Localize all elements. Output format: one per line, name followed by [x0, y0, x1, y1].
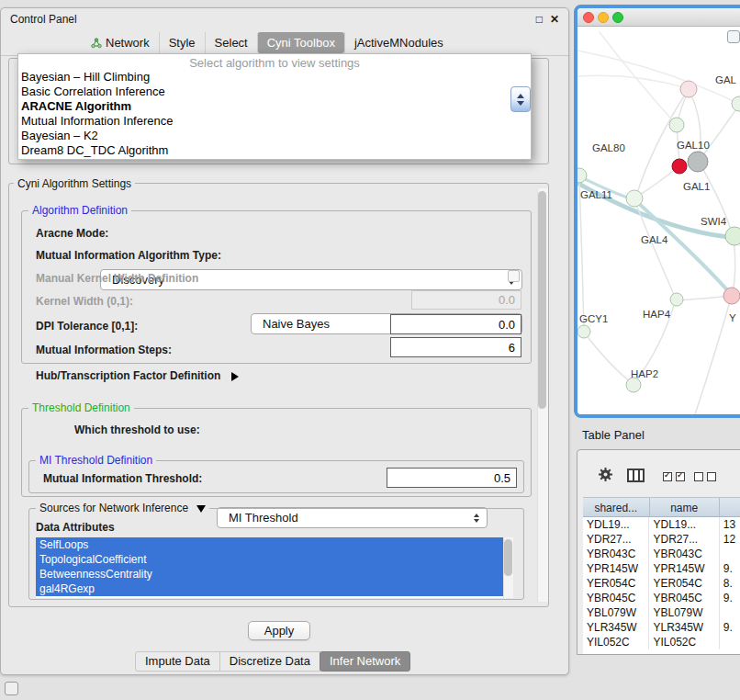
table-panel-window: shared... name YDL19...YDL19...13YDR27..…	[577, 449, 740, 655]
attribute-item-selected[interactable]: TopologicalCoefficient	[36, 552, 503, 567]
tab-network[interactable]: Network	[82, 32, 159, 53]
table-cell: 9.	[720, 561, 740, 576]
table-row[interactable]: YLR345WYLR345W9.	[583, 620, 740, 635]
attribute-item-selected[interactable]: gal4RGexp	[36, 581, 503, 596]
float-window-icon[interactable]: □	[536, 13, 543, 26]
network-node[interactable]	[732, 96, 740, 111]
table-row[interactable]: YDL19...YDL19...13	[583, 517, 740, 532]
mi-steps-field[interactable]	[390, 337, 521, 357]
network-edge[interactable]	[636, 201, 730, 293]
table-row[interactable]: YBR043CYBR043C	[583, 547, 740, 561]
network-edge[interactable]	[585, 333, 632, 383]
table-cell: YDR27...	[649, 532, 719, 547]
column-header[interactable]: shared...	[583, 498, 650, 516]
collapsed-arrow-icon[interactable]	[231, 372, 239, 381]
table-row[interactable]: YBR045CYBR045C9.	[583, 591, 740, 605]
network-edge[interactable]	[579, 179, 584, 329]
attributes-scrollbar-thumb[interactable]	[504, 539, 512, 576]
network-node[interactable]	[669, 118, 684, 132]
table-cell: 8.	[720, 576, 740, 591]
close-traffic-light[interactable]	[583, 12, 594, 23]
column-header[interactable]	[720, 498, 740, 516]
network-edge[interactable]	[695, 299, 731, 414]
algorithm-combo-stepper[interactable]	[510, 86, 531, 112]
threshold-definition-title: Threshold Definition	[28, 401, 134, 414]
dropdown-item[interactable]: Basic Correlation Inference	[18, 85, 531, 99]
control-panel-window: Control Panel □ ✕ Network Style Select	[0, 7, 569, 675]
tab-label: jActiveMNodules	[354, 36, 443, 50]
network-node[interactable]	[725, 227, 740, 245]
apply-button[interactable]: Apply	[248, 621, 310, 640]
network-window-titlebar[interactable]	[577, 8, 740, 27]
tab-jactivemnodules[interactable]: jActiveMNodules	[344, 32, 453, 53]
table-row[interactable]: YIL052CYIL052C	[583, 635, 740, 649]
network-node[interactable]	[688, 152, 708, 172]
kernel-width-field[interactable]	[411, 290, 521, 310]
minimize-traffic-light[interactable]	[598, 12, 609, 23]
network-node-label: GAL10	[677, 140, 710, 151]
column-header[interactable]: name	[650, 498, 720, 516]
select-all-columns-icon[interactable]	[663, 472, 689, 481]
network-edge[interactable]	[733, 239, 735, 293]
table-row[interactable]: YER054CYER054C8.	[583, 576, 740, 591]
network-node-label: Y	[729, 312, 736, 323]
table-cell: YLR345W	[649, 620, 719, 635]
tab-impute-data[interactable]: Impute Data	[135, 651, 220, 672]
data-attributes-list[interactable]: SelfLoops TopologicalCoefficient Between…	[36, 537, 513, 598]
expanded-arrow-icon[interactable]	[196, 505, 206, 513]
table-cell: YBR045C	[649, 591, 719, 605]
table-row[interactable]: YPR145WYPR145W9.	[583, 561, 740, 576]
tab-infer-network[interactable]: Infer Network	[320, 651, 410, 672]
mi-threshold-field[interactable]	[387, 468, 517, 488]
network-node-label: GAL4	[641, 234, 668, 245]
dropdown-item[interactable]: Bayesian – Hill Climbing	[18, 70, 531, 85]
dropdown-item[interactable]: Dream8 DC_TDC Algorithm	[18, 143, 531, 158]
network-node[interactable]	[672, 159, 687, 174]
network-edge[interactable]	[638, 167, 678, 196]
network-edge[interactable]	[678, 296, 730, 300]
network-node[interactable]	[680, 81, 697, 97]
network-node[interactable]	[723, 288, 740, 304]
zoom-traffic-light[interactable]	[612, 12, 623, 23]
collapsed-panel-icon[interactable]	[5, 682, 18, 695]
control-panel-titlebar[interactable]: Control Panel □ ✕	[1, 8, 568, 30]
manual-kernel-width-label: Manual Kernel Width Definition	[36, 272, 198, 285]
attribute-item-selected[interactable]: SelfLoops	[36, 537, 503, 552]
network-edge[interactable]	[577, 51, 735, 102]
table-row[interactable]: YBL079WYBL079W	[583, 605, 740, 620]
manual-kernel-width-checkbox[interactable]	[508, 270, 520, 282]
network-canvas[interactable]: GALGAL80GAL10GAL11GAL1SWI4GAL4GCY1HAP4YH…	[577, 27, 740, 414]
network-node[interactable]	[626, 190, 643, 207]
tab-select[interactable]: Select	[205, 32, 257, 53]
dpi-tolerance-field[interactable]	[390, 314, 521, 334]
tab-cyni-toolbox[interactable]: Cyni Toolbox	[257, 32, 344, 53]
network-canvas-area[interactable]: GALGAL80GAL10GAL11GAL1SWI4GAL4GCY1HAP4YH…	[577, 27, 740, 414]
table-header: shared... name	[583, 497, 740, 517]
dropdown-item[interactable]: Mutual Information Inference	[18, 114, 531, 129]
table-rows: YDL19...YDL19...13YDR27...YDR27...12YBR0…	[583, 517, 740, 654]
table-row[interactable]: YDR27...YDR27...12	[583, 532, 740, 547]
network-node[interactable]	[626, 378, 641, 392]
hub-definition-toggle[interactable]: Hub/Transcription Factor Definition	[36, 369, 239, 382]
network-node[interactable]	[577, 325, 590, 338]
network-node[interactable]	[670, 293, 683, 306]
unselect-all-columns-icon[interactable]	[694, 472, 720, 481]
close-window-icon[interactable]: ✕	[550, 13, 559, 26]
sources-toggle[interactable]: Sources for Network Inference	[36, 502, 209, 514]
network-edge[interactable]	[700, 107, 737, 160]
attribute-item-selected[interactable]: BetweennessCentrality	[36, 567, 503, 581]
tab-style[interactable]: Style	[159, 32, 205, 53]
table-cell: YPR145W	[583, 561, 649, 576]
table-cell	[720, 635, 740, 649]
network-node-label: GAL80	[592, 142, 625, 153]
table-cell: 12	[720, 532, 740, 547]
aracne-mode-label: Aracne Mode:	[36, 227, 108, 240]
dpi-tolerance-label: DPI Tolerance [0,1]:	[36, 320, 138, 333]
settings-scrollbar-thumb[interactable]	[538, 191, 546, 409]
dropdown-item-selected[interactable]: ARACNE Algorithm	[18, 99, 531, 114]
dropdown-item[interactable]: Bayesian – K2	[18, 129, 531, 143]
tab-discretize-data[interactable]: Discretize Data	[219, 651, 320, 672]
network-edge[interactable]	[577, 75, 687, 88]
gear-icon[interactable]	[598, 467, 613, 482]
show-columns-icon[interactable]	[627, 469, 645, 482]
